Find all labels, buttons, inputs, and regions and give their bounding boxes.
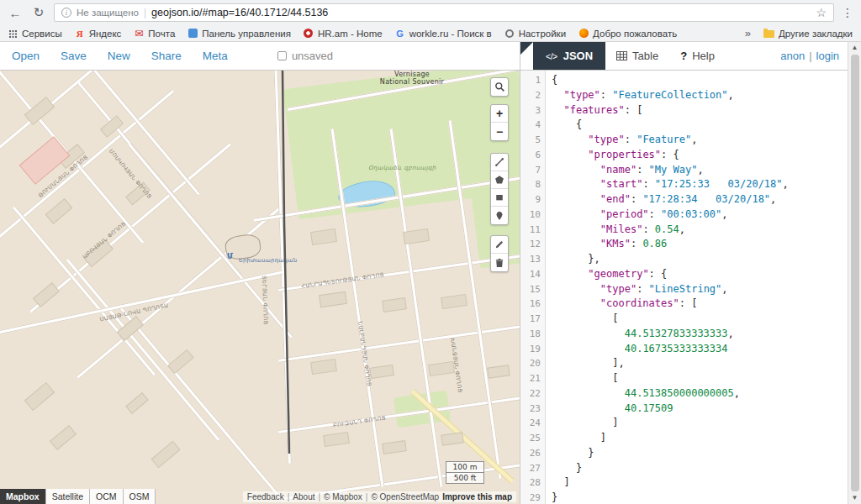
tab-json[interactable]: </> JSON xyxy=(533,42,605,70)
layer-satellite[interactable]: Satellite xyxy=(46,489,90,504)
edit-button[interactable] xyxy=(491,236,508,254)
scroll-thumb[interactable] xyxy=(851,55,859,491)
other-bookmarks-label: Другие закладки xyxy=(779,29,853,39)
open-button[interactable]: Open xyxy=(12,50,40,62)
map[interactable]: Vernisage National SouvenirՕղակաձև զբոսա… xyxy=(0,71,520,504)
draw-tools xyxy=(490,153,509,225)
share-button[interactable]: Share xyxy=(151,50,182,62)
tab-help[interactable]: ? Help xyxy=(669,42,726,70)
route-line[interactable] xyxy=(0,71,520,504)
zoom-out-button[interactable]: − xyxy=(491,123,508,140)
draw-marker-button[interactable] xyxy=(491,207,508,224)
line-number: 3 xyxy=(520,103,541,118)
tab-help-label: Help xyxy=(692,50,715,62)
map-scale: 100 m 500 ft xyxy=(446,461,484,484)
attribution-separator: | xyxy=(318,492,320,501)
line-number: 18 xyxy=(520,327,541,342)
draw-rectangle-button[interactable] xyxy=(491,189,508,207)
editor-code[interactable]: { "type": "FeatureCollection", "features… xyxy=(546,71,848,504)
line-number: 26 xyxy=(520,446,541,461)
other-bookmarks[interactable]: Другие закладки xyxy=(763,29,853,39)
code-line: { xyxy=(552,118,848,133)
mapbox-link[interactable]: © Mapbox xyxy=(324,492,362,501)
bookmark-welcome[interactable]: Добро пожаловать xyxy=(578,29,677,39)
gear-icon xyxy=(505,29,514,38)
geojson-toolbar: Open Save New Share Meta unsaved xyxy=(0,42,520,71)
save-status-icon xyxy=(277,51,287,60)
line-number: 1 xyxy=(520,73,541,88)
code-line: ], xyxy=(552,356,848,371)
bookmark-control-panel[interactable]: Панель управления xyxy=(188,29,291,39)
refresh-icon[interactable]: ↻ xyxy=(30,5,47,20)
code-line: "period": "00:03:00", xyxy=(552,207,848,223)
tab-table[interactable]: Table xyxy=(605,42,669,70)
scroll-down-icon[interactable]: ▼ xyxy=(852,492,858,504)
rectangle-icon xyxy=(494,192,504,202)
bookmarks-overflow-chevron[interactable]: » xyxy=(745,27,751,39)
collapse-panel-icon[interactable] xyxy=(520,42,533,55)
attribution-separator: | xyxy=(288,492,290,501)
bookmark-workle[interactable]: Gworkle.ru - Поиск в xyxy=(395,29,492,39)
bookmark-yandex[interactable]: ЯЯндекс xyxy=(75,29,122,39)
bookmark-label: Сервисы xyxy=(22,29,62,39)
code-line: "coordinates": [ xyxy=(552,297,848,312)
marker-icon xyxy=(494,211,504,221)
line-number: 16 xyxy=(520,297,541,312)
json-editor[interactable]: 1234567891011121314151617181920212223242… xyxy=(520,71,848,504)
scrollbar: ▲ ▼ xyxy=(848,42,861,504)
back-icon[interactable]: ← xyxy=(7,6,24,20)
browser-toolbar: ← ↻ i Не защищено | geojson.io/#map=16/4… xyxy=(0,0,861,25)
draw-line-button[interactable] xyxy=(491,154,508,171)
save-status-label: unsaved xyxy=(292,50,333,62)
osm-link[interactable]: © OpenStreetMap xyxy=(371,492,439,501)
bookmark-label: Яндекс xyxy=(89,29,122,39)
folder-icon xyxy=(763,30,774,38)
bookmark-services[interactable]: Сервисы xyxy=(8,29,62,39)
page-info-icon[interactable]: i xyxy=(61,8,71,18)
editor-gutter: 1234567891011121314151617181920212223242… xyxy=(520,71,546,504)
code-line: }, xyxy=(552,252,848,267)
zoom-control: + − xyxy=(490,104,509,141)
login-link[interactable]: login xyxy=(816,50,839,62)
line-number: 15 xyxy=(520,282,541,297)
draw-polygon-button[interactable] xyxy=(491,171,508,189)
bookmarks-bar: Сервисы ЯЯндекс ✉Почта Панель управления… xyxy=(0,25,861,42)
meta-button[interactable]: Meta xyxy=(203,50,228,62)
editor-panel: </> JSON Table ? Help anon | login 12345… xyxy=(520,42,848,504)
tab-table-label: Table xyxy=(632,50,658,62)
address-bar[interactable]: i Не защищено | geojson.io/#map=16/40.17… xyxy=(54,3,834,22)
new-button[interactable]: New xyxy=(108,50,130,62)
line-number: 8 xyxy=(520,177,541,192)
code-line: "end": "17:28:34 03/20/18", xyxy=(552,192,848,207)
line-number: 21 xyxy=(520,371,541,386)
improve-map-link[interactable]: Improve this map xyxy=(442,492,512,501)
save-button[interactable]: Save xyxy=(61,50,87,62)
line-number: 24 xyxy=(520,416,541,431)
layer-ocm[interactable]: OCM xyxy=(90,489,124,504)
bookmark-star-icon[interactable]: ☆ xyxy=(816,6,827,19)
layer-osm[interactable]: OSM xyxy=(124,489,156,504)
line-number: 27 xyxy=(520,461,541,476)
bookmark-mail[interactable]: ✉Почта xyxy=(134,29,175,39)
about-link[interactable]: About xyxy=(293,492,314,501)
line-number: 7 xyxy=(520,163,541,178)
code-line: { xyxy=(552,73,848,88)
delete-button[interactable] xyxy=(491,254,508,271)
line-number: 6 xyxy=(520,148,541,163)
feedback-link[interactable]: Feedback xyxy=(247,492,284,501)
line-icon xyxy=(494,157,504,167)
line-number: 10 xyxy=(520,207,541,223)
search-button[interactable] xyxy=(491,78,508,96)
app-frame: Open Save New Share Meta unsaved Vernisa… xyxy=(0,42,861,504)
browser-menu-icon[interactable]: ⋮ xyxy=(841,6,854,19)
bookmark-settings[interactable]: Настройки xyxy=(504,29,566,39)
layer-mapbox[interactable]: Mapbox xyxy=(0,489,46,504)
scroll-up-icon[interactable]: ▲ xyxy=(852,42,858,54)
layer-switcher: Mapbox Satellite OCM OSM xyxy=(0,489,156,504)
table-icon xyxy=(616,51,627,60)
bookmark-hram[interactable]: HR.am - Home xyxy=(304,29,383,39)
security-label: Не защищено xyxy=(77,8,139,18)
code-line: } xyxy=(552,446,848,461)
account-separator: | xyxy=(809,50,811,62)
zoom-in-button[interactable]: + xyxy=(491,105,508,123)
